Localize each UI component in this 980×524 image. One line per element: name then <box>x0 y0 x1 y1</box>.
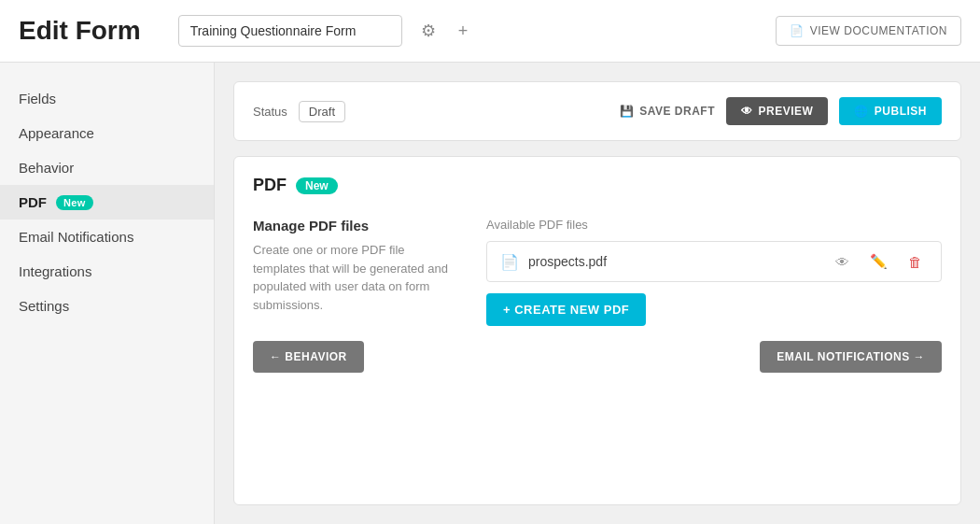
sidebar-item-settings-label: Settings <box>19 298 69 314</box>
publish-icon: 🌐 <box>854 105 869 118</box>
sidebar: Fields Appearance Behavior PDF New Email… <box>0 63 215 524</box>
save-draft-label: SAVE DRAFT <box>639 105 715 118</box>
settings-icon-button[interactable]: ⚙ <box>417 17 440 45</box>
pdf-file-item: 📄 prospects.pdf 👁 ✏️ 🗑 <box>486 241 942 282</box>
file-icon: 📄 <box>500 253 519 271</box>
view-docs-label: VIEW DOCUMENTATION <box>810 24 947 37</box>
save-draft-button[interactable]: 💾 SAVE DRAFT <box>620 105 715 118</box>
publish-button[interactable]: 🌐 PUBLISH <box>839 97 942 125</box>
create-new-pdf-button[interactable]: + CREATE NEW PDF <box>486 293 646 326</box>
sidebar-item-behavior-label: Behavior <box>19 160 74 176</box>
navigation-buttons: ← BEHAVIOR EMAIL NOTIFICATIONS → <box>253 341 942 373</box>
main-layout: Fields Appearance Behavior PDF New Email… <box>0 63 980 524</box>
content-area: Status Draft 💾 SAVE DRAFT 👁 PREVIEW 🌐 PU… <box>215 63 980 524</box>
sidebar-item-email-notifications-label: Email Notifications <box>19 229 133 245</box>
status-bar: Status Draft 💾 SAVE DRAFT 👁 PREVIEW 🌐 PU… <box>233 81 961 141</box>
sidebar-item-email-notifications[interactable]: Email Notifications <box>0 220 214 254</box>
pdf-new-badge: New <box>56 195 93 210</box>
sidebar-item-fields[interactable]: Fields <box>0 81 214 116</box>
sidebar-item-settings[interactable]: Settings <box>0 289 214 323</box>
pdf-file-name: prospects.pdf <box>528 254 820 269</box>
header: Edit Form ⚙ + 📄 VIEW DOCUMENTATION <box>0 0 980 63</box>
status-badge: Draft <box>299 101 345 122</box>
delete-pdf-button[interactable]: 🗑 <box>903 252 928 272</box>
add-icon-button[interactable]: + <box>455 18 472 45</box>
save-draft-icon: 💾 <box>620 105 635 118</box>
pdf-panel-header: PDF New <box>253 176 942 195</box>
sidebar-item-appearance[interactable]: Appearance <box>0 116 214 150</box>
sidebar-item-integrations-label: Integrations <box>19 263 91 279</box>
pdf-panel: PDF New Manage PDF files Create one or m… <box>233 156 961 505</box>
sidebar-item-pdf[interactable]: PDF New <box>0 185 214 220</box>
preview-button[interactable]: 👁 PREVIEW <box>726 97 828 125</box>
manage-title: Manage PDF files <box>253 218 449 234</box>
sidebar-item-integrations[interactable]: Integrations <box>0 254 214 289</box>
sidebar-item-appearance-label: Appearance <box>19 125 94 141</box>
next-email-notifications-button[interactable]: EMAIL NOTIFICATIONS → <box>760 341 942 373</box>
form-name-input[interactable] <box>178 15 402 47</box>
view-documentation-button[interactable]: 📄 VIEW DOCUMENTATION <box>776 16 961 46</box>
pdf-panel-title: PDF <box>253 176 287 195</box>
manage-section: Manage PDF files Create one or more PDF … <box>253 218 449 326</box>
status-label: Status <box>253 105 287 119</box>
edit-pdf-button[interactable]: ✏️ <box>864 251 893 272</box>
sidebar-item-fields-label: Fields <box>19 91 56 106</box>
pdf-panel-new-badge: New <box>296 177 338 194</box>
pdf-body: Manage PDF files Create one or more PDF … <box>253 218 942 326</box>
manage-desc: Create one or more PDF file templates th… <box>253 241 449 314</box>
page-title: Edit Form <box>19 16 141 46</box>
publish-label: PUBLISH <box>875 105 927 118</box>
available-section: Available PDF files 📄 prospects.pdf 👁 ✏️… <box>486 218 942 326</box>
back-behavior-button[interactable]: ← BEHAVIOR <box>253 341 364 373</box>
book-icon: 📄 <box>790 24 805 37</box>
view-pdf-button[interactable]: 👁 <box>830 252 855 272</box>
sidebar-item-pdf-label: PDF <box>19 194 47 210</box>
preview-icon: 👁 <box>741 105 753 118</box>
available-title: Available PDF files <box>486 218 942 232</box>
sidebar-item-behavior[interactable]: Behavior <box>0 150 214 185</box>
preview-label: PREVIEW <box>758 105 813 118</box>
